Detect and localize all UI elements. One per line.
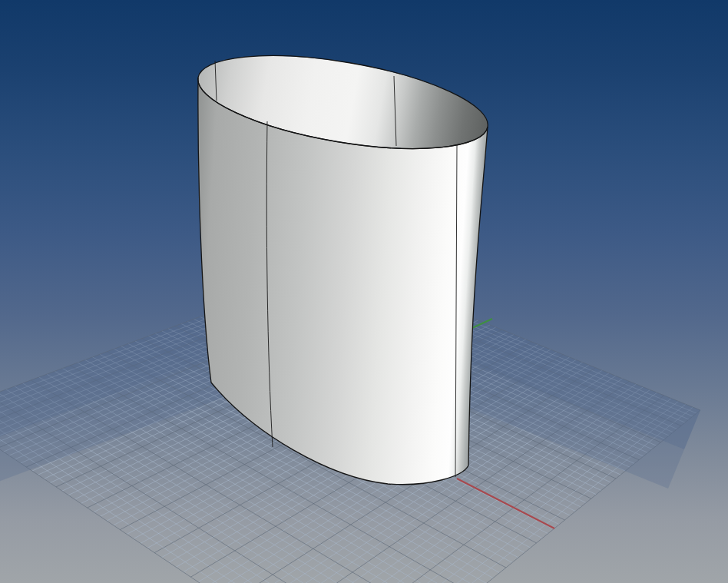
cylinder-edges [0,0,728,583]
isocurve-inner-left [215,61,217,101]
isocurve-inner-right [394,76,396,146]
isocurve-front-left [266,121,273,447]
cad-viewport[interactable] [0,0,728,583]
cylinder-outline [198,78,488,485]
cylinder-rim-edge [191,38,494,167]
isocurve-front-right [455,145,457,477]
